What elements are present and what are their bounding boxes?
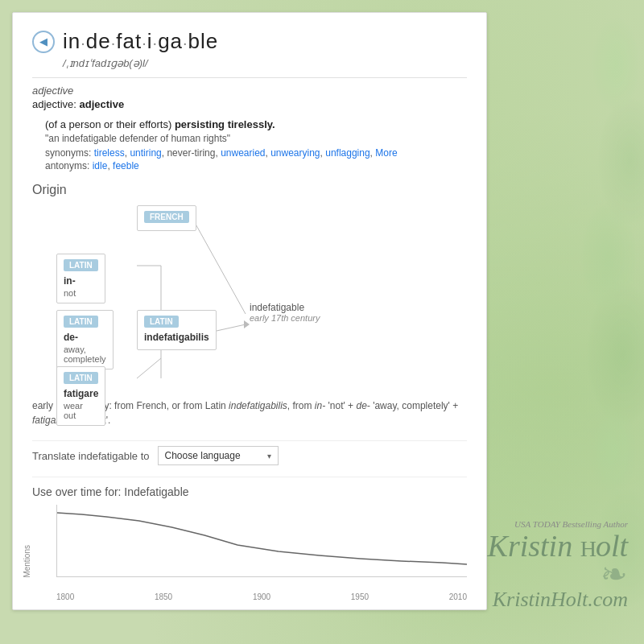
antonym-idle[interactable]: idle <box>93 160 108 171</box>
antonym-feeble[interactable]: feeble <box>113 160 139 171</box>
etymology-tree: FRENCH LATIN in- not LATIN de- away,comp… <box>32 205 467 390</box>
latin-mid-badge: LATIN <box>144 316 179 328</box>
french-badge: FRENCH <box>144 211 189 223</box>
sound-icon: ◀ <box>39 35 47 47</box>
synonym-unwearied[interactable]: unwearied <box>221 147 265 159</box>
latin1-badge: LATIN <box>64 259 98 271</box>
synonym-untiring[interactable]: untiring <box>130 147 161 159</box>
floral-decoration <box>503 0 644 644</box>
node-result: indefatigable early 17th century <box>250 302 320 323</box>
svg-line-3 <box>137 358 161 378</box>
chart-y-label: Mentions <box>23 545 31 578</box>
example-text: "an indefatigable defender of human righ… <box>45 133 467 144</box>
latin2-badge: LATIN <box>64 316 98 328</box>
synonym-more[interactable]: More <box>375 147 397 159</box>
x-label-1950: 1950 <box>351 592 369 601</box>
result-word: indefatigable <box>250 302 320 313</box>
dropdown-arrow-icon: ▾ <box>267 452 271 460</box>
result-date: early 17th century <box>250 313 320 323</box>
usage-chart <box>57 505 467 577</box>
definition-text: (of a person or their efforts) persistin… <box>45 118 467 130</box>
node-latin1: LATIN in- not <box>56 254 105 303</box>
language-placeholder: Choose language <box>165 450 241 461</box>
pos-full: adjective: adjective <box>32 98 467 110</box>
x-label-1900: 1900 <box>253 592 270 601</box>
svg-line-0 <box>193 220 246 314</box>
latin3-meaning: wearout <box>64 401 98 420</box>
latin1-meaning: not <box>64 288 98 298</box>
word-header: ◀ in·de·fat·i·ga·ble <box>32 29 467 54</box>
latin2-meaning: away,completely <box>64 345 106 364</box>
latin3-word: fatigare <box>64 388 98 399</box>
dictionary-card: ◀ in·de·fat·i·ga·ble /ˌɪndɪˈfadɪɡəb(ə)l/… <box>12 12 487 610</box>
word-title: in·de·fat·i·ga·ble <box>63 29 218 54</box>
pronunciation: /ˌɪndɪˈfadɪɡəb(ə)l/ <box>63 57 467 69</box>
node-french: FRENCH <box>137 205 196 231</box>
sound-button[interactable]: ◀ <box>32 31 55 53</box>
latin2-word: de- <box>64 332 106 343</box>
latin1-word: in- <box>64 275 98 287</box>
translate-label: Translate indefatigable to <box>32 450 150 462</box>
node-latin3: LATIN fatigare wearout <box>56 366 105 426</box>
svg-marker-6 <box>244 320 250 328</box>
language-dropdown[interactable]: Choose language ▾ <box>158 446 279 465</box>
usage-section: Use over time for: Indefatigable Mention… <box>32 477 467 609</box>
chart-container: Mentions <box>32 505 467 585</box>
node-latin-mid: LATIN indefatigabilis <box>137 310 217 350</box>
antonyms-label: antonyms: <box>45 160 89 171</box>
synonyms-label: synonyms: <box>45 147 91 159</box>
chart-area <box>56 505 467 577</box>
x-label-2010: 2010 <box>449 592 467 601</box>
synonym-unflagging[interactable]: unflagging <box>325 147 369 159</box>
x-label-1850: 1850 <box>155 592 172 601</box>
usage-title: Use over time for: Indefatigable <box>32 485 467 498</box>
synonyms-line: synonyms: tireless, untiring, never-tiri… <box>45 147 467 159</box>
node-latin2: LATIN de- away,completely <box>56 310 114 369</box>
origin-title: Origin <box>32 183 467 197</box>
latin-mid-word: indefatigabilis <box>144 332 209 343</box>
divider <box>32 77 467 78</box>
synonym-tireless[interactable]: tireless <box>94 147 125 159</box>
translate-section: Translate indefatigable to Choose langua… <box>32 440 467 465</box>
pos-label: adjective <box>32 85 467 97</box>
synonym-never-tiring: never-tiring, <box>167 147 221 159</box>
x-label-1800: 1800 <box>56 592 74 601</box>
chart-x-labels: 1800 1850 1900 1950 2010 <box>56 590 467 609</box>
antonyms-line: antonyms: idle, feeble <box>45 160 467 171</box>
synonym-unwearying[interactable]: unwearying <box>270 147 320 159</box>
origin-latin-word: indefatigabilis <box>229 400 287 411</box>
latin3-badge: LATIN <box>64 372 98 384</box>
definition-block: (of a person or their efforts) persistin… <box>45 118 467 171</box>
